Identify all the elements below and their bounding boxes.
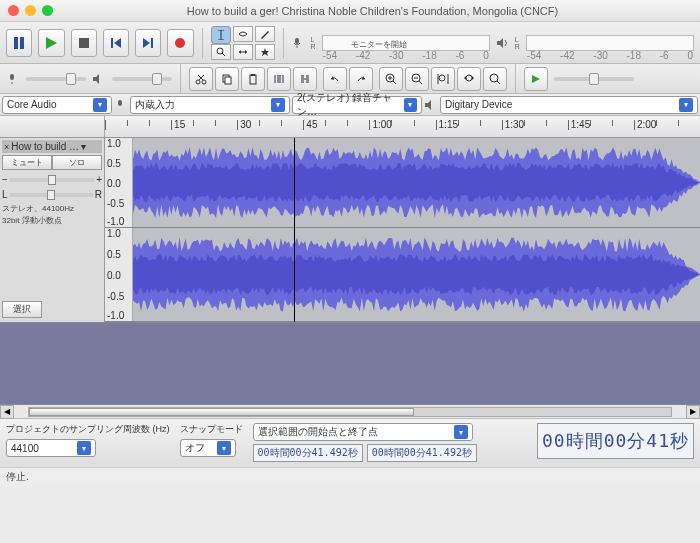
- scroll-thumb[interactable]: [29, 408, 414, 416]
- svg-rect-0: [14, 37, 18, 49]
- snap-to-select[interactable]: オフ▾: [180, 439, 236, 457]
- svg-line-27: [198, 75, 203, 80]
- tools-grid: [211, 26, 275, 60]
- selection-mode-select[interactable]: 選択範囲の開始点と終了点▾: [253, 423, 473, 441]
- multi-tool[interactable]: [255, 44, 275, 60]
- empty-track-space[interactable]: [0, 323, 700, 405]
- svg-marker-5: [114, 38, 121, 48]
- silence-button[interactable]: [293, 67, 317, 91]
- selection-toolbar: プロジェクトのサンプリング周波数 (Hz) 44100▾ スナップモード オフ▾…: [0, 419, 700, 467]
- close-track-icon[interactable]: ×: [4, 142, 9, 152]
- close-window[interactable]: [8, 5, 19, 16]
- svg-rect-1: [20, 37, 24, 49]
- playback-cursor[interactable]: [294, 138, 295, 322]
- zoom-window[interactable]: [42, 5, 53, 16]
- svg-marker-16: [245, 50, 247, 54]
- track-name: How to build …: [11, 141, 79, 152]
- zoom-tool[interactable]: [211, 44, 231, 60]
- vertical-scale-left: 1.00.50.0-0.5-1.0: [105, 138, 133, 227]
- status-text: 停止.: [6, 471, 29, 482]
- svg-point-8: [175, 38, 185, 48]
- zoom-out-button[interactable]: [405, 67, 429, 91]
- horizontal-scrollbar[interactable]: ◀ ▶: [0, 405, 700, 419]
- snap-label: スナップモード: [180, 423, 243, 436]
- pause-button[interactable]: [6, 29, 32, 57]
- trim-button[interactable]: [267, 67, 291, 91]
- audio-host-select[interactable]: Core Audio▾: [2, 96, 112, 114]
- svg-line-45: [419, 81, 422, 84]
- recording-channels-select[interactable]: 2(ステレオ) 録音チャン…▾: [292, 96, 422, 114]
- track-header[interactable]: × How to build … ▾: [2, 140, 102, 153]
- svg-marker-2: [46, 37, 57, 49]
- track-format-1: ステレオ、44100Hz: [2, 204, 102, 214]
- track-menu-icon[interactable]: ▾: [81, 141, 86, 152]
- paste-button[interactable]: [241, 67, 265, 91]
- play-at-speed-button[interactable]: [524, 67, 548, 91]
- recording-meter[interactable]: モニターを開始 -54-42-30-18-60: [322, 35, 490, 51]
- scroll-right-icon[interactable]: ▶: [686, 405, 700, 419]
- undo-button[interactable]: [323, 67, 347, 91]
- fit-selection-button[interactable]: [431, 67, 455, 91]
- stop-button[interactable]: [71, 29, 97, 57]
- recording-volume-slider[interactable]: [26, 77, 86, 81]
- minimize-window[interactable]: [25, 5, 36, 16]
- selection-tool[interactable]: [211, 26, 231, 44]
- status-bar: 停止.: [0, 467, 700, 485]
- zoom-in-button[interactable]: [379, 67, 403, 91]
- mute-button[interactable]: ミュート: [2, 155, 52, 170]
- svg-point-24: [196, 80, 200, 84]
- zoom-toggle-button[interactable]: [483, 67, 507, 91]
- mic-icon: [6, 72, 20, 86]
- rec-meter-icon: [291, 36, 304, 50]
- svg-marker-57: [425, 100, 431, 110]
- playback-device-select[interactable]: Digitary Device▾: [440, 96, 698, 114]
- redo-button[interactable]: [349, 67, 373, 91]
- track-format-2: 32bit 浮動小数点: [2, 216, 102, 226]
- gain-slider[interactable]: −+: [2, 174, 102, 185]
- scroll-left-icon[interactable]: ◀: [0, 405, 14, 419]
- playback-speed-slider[interactable]: [554, 77, 634, 81]
- selection-end-field[interactable]: 00時間00分41.492秒: [367, 444, 477, 462]
- window-title: How to build a ger! Christina Noble Chil…: [53, 5, 692, 17]
- project-rate-label: プロジェクトのサンプリング周波数 (Hz): [6, 423, 170, 436]
- svg-rect-35: [301, 75, 304, 83]
- speaker-icon: [92, 72, 106, 86]
- titlebar: How to build a ger! Christina Noble Chil…: [0, 0, 700, 22]
- solo-button[interactable]: ソロ: [52, 155, 102, 170]
- svg-line-26: [199, 75, 204, 80]
- cut-button[interactable]: [189, 67, 213, 91]
- track-select-button[interactable]: 選択: [2, 301, 42, 318]
- selection-start-field[interactable]: 00時間00分41.492秒: [253, 444, 363, 462]
- recording-device-select[interactable]: 内蔵入力▾: [130, 96, 290, 114]
- track-row: × How to build … ▾ ミュート ソロ −+ LR ステレオ、44…: [0, 138, 700, 323]
- traffic-lights: [8, 5, 53, 16]
- separator: [515, 64, 516, 94]
- svg-rect-7: [151, 38, 153, 48]
- mic-dev-icon: [114, 98, 128, 112]
- svg-line-13: [222, 53, 225, 56]
- timeline-ruler[interactable]: 1530451:001:151:301:452:002:15: [0, 116, 700, 138]
- meter-r: R: [311, 43, 316, 50]
- playback-meter[interactable]: -54-42-30-18-60: [526, 35, 694, 51]
- svg-point-50: [466, 75, 472, 81]
- timeshift-tool[interactable]: [233, 44, 253, 60]
- svg-rect-3: [79, 38, 89, 48]
- waveform-channel-left[interactable]: 1.00.50.0-0.5-1.0: [105, 138, 700, 228]
- project-rate-select[interactable]: 44100▾: [6, 439, 96, 457]
- envelope-tool[interactable]: [233, 26, 253, 42]
- draw-tool[interactable]: [255, 26, 275, 42]
- copy-button[interactable]: [215, 67, 239, 91]
- meter-l: L: [311, 36, 316, 43]
- audio-position-field[interactable]: 00時間00分41秒: [537, 423, 694, 459]
- skip-end-button[interactable]: [135, 29, 161, 57]
- separator: [202, 28, 203, 58]
- svg-rect-36: [306, 75, 309, 83]
- waveform-area[interactable]: 1.00.50.0-0.5-1.0 1.00.50.0-0.5-1.0: [105, 138, 700, 322]
- skip-start-button[interactable]: [103, 29, 129, 57]
- waveform-channel-right[interactable]: 1.00.50.0-0.5-1.0: [105, 228, 700, 322]
- play-button[interactable]: [38, 29, 64, 57]
- fit-project-button[interactable]: [457, 67, 481, 91]
- playback-volume-slider[interactable]: [112, 77, 172, 81]
- pan-slider[interactable]: LR: [2, 189, 102, 200]
- record-button[interactable]: [167, 29, 193, 57]
